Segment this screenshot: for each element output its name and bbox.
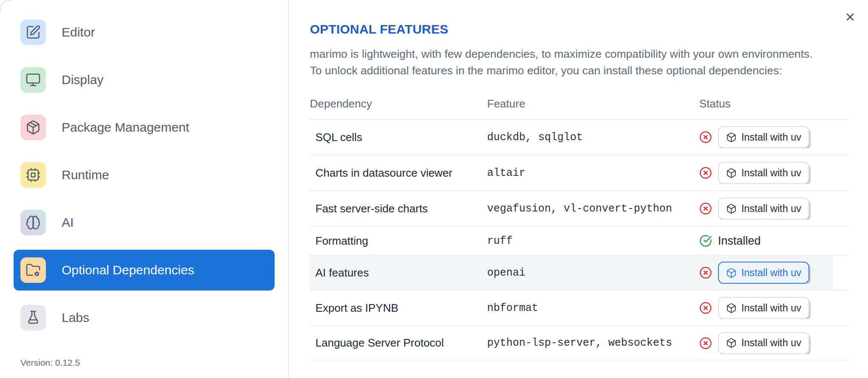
package-icon <box>20 115 46 140</box>
folder-gear-icon <box>20 257 46 283</box>
status-cell: Install with uv <box>699 332 849 354</box>
feature-cell: ruff <box>487 235 699 247</box>
install-button-label: Install with uv <box>741 203 801 214</box>
table-row: Export as IPYNB nbformat Install with uv <box>310 291 849 326</box>
package-cube-icon <box>726 338 737 348</box>
status-cell: Install with uv <box>699 262 849 284</box>
intro-line-2: To unlock additional features in the mar… <box>310 64 782 77</box>
install-button-label: Install with uv <box>741 337 801 349</box>
package-cube-icon <box>726 303 737 313</box>
install-with-uv-button[interactable]: Install with uv <box>718 126 809 148</box>
install-button-label: Install with uv <box>741 302 801 314</box>
settings-sidebar: Editor Display Package Management Runtim… <box>0 0 289 378</box>
not-installed-icon <box>699 266 712 279</box>
editor-icon <box>26 25 41 40</box>
intro-text: marimo is lightweight, with few dependen… <box>310 46 854 79</box>
close-button[interactable] <box>841 8 859 26</box>
sidebar-item-display[interactable]: Display <box>14 59 275 100</box>
not-installed-icon <box>699 131 712 144</box>
install-with-uv-button[interactable]: Install with uv <box>718 262 809 284</box>
dependency-cell: Charts in datasource viewer <box>310 166 487 180</box>
feature-cell: altair <box>487 167 699 179</box>
status-cell: Install with uv <box>699 126 849 148</box>
flask-icon <box>20 305 46 330</box>
sidebar-item-label: Runtime <box>62 168 109 182</box>
circle-x-icon <box>699 166 712 179</box>
dependency-cell: Fast server-side charts <box>310 202 487 215</box>
sidebar-item-ai[interactable]: AI <box>14 202 275 243</box>
cpu-icon <box>26 167 41 183</box>
sidebar-item-label: AI <box>62 215 74 230</box>
sidebar-item-label: Package Management <box>62 120 189 135</box>
not-installed-icon <box>699 202 712 215</box>
table-row: Charts in datasource viewer altair Insta… <box>310 155 849 191</box>
circle-check-icon <box>699 234 712 247</box>
column-header-status: Status <box>699 97 849 110</box>
package-cube-icon <box>726 132 737 143</box>
status-cell: Install with uv <box>699 297 849 319</box>
circle-x-icon <box>699 131 712 144</box>
column-header-dependency: Dependency <box>310 97 487 110</box>
circle-x-icon <box>699 202 712 215</box>
installed-status-label: Installed <box>718 234 761 248</box>
folder-gear-icon <box>26 262 41 278</box>
dependency-cell: AI features <box>310 266 487 279</box>
status-cell: Install with uv <box>699 162 849 184</box>
brain-icon <box>20 210 46 235</box>
cpu-icon <box>20 162 46 188</box>
feature-cell: vegafusion, vl-convert-python <box>487 203 699 215</box>
feature-cell: duckdb, sqlglot <box>487 131 699 144</box>
install-with-uv-button[interactable]: Install with uv <box>718 162 809 184</box>
not-installed-icon <box>699 166 712 179</box>
not-installed-icon <box>699 302 712 314</box>
settings-dialog: Editor Display Package Management Runtim… <box>0 0 868 378</box>
sidebar-item-label: Display <box>62 73 103 87</box>
dependency-cell: Language Server Protocol <box>310 336 487 350</box>
intro-line-1: marimo is lightweight, with few dependen… <box>310 48 813 60</box>
optional-features-panel: OPTIONAL FEATURES marimo is lightweight,… <box>289 0 868 378</box>
not-installed-icon <box>699 337 712 350</box>
install-with-uv-button[interactable]: Install with uv <box>718 197 809 220</box>
table-row: AI features openai Install with uv <box>310 256 849 291</box>
version-label: Version: 0.12.5 <box>20 358 80 368</box>
sidebar-item-label: Optional Dependencies <box>62 263 194 277</box>
sidebar-item-runtime[interactable]: Runtime <box>14 155 275 195</box>
feature-cell: openai <box>487 267 699 279</box>
table-header: Dependency Feature Status <box>310 88 849 120</box>
install-with-uv-button[interactable]: Install with uv <box>718 332 809 354</box>
install-button-label: Install with uv <box>741 167 801 179</box>
feature-cell: python-lsp-server, websockets <box>487 337 699 349</box>
status-cell: Install with uv <box>699 197 849 220</box>
dependency-cell: Export as IPYNB <box>310 302 487 315</box>
table-row: Language Server Protocol python-lsp-serv… <box>310 326 849 361</box>
flask-icon <box>26 310 41 325</box>
table-row: SQL cells duckdb, sqlglot Install with u… <box>310 120 849 155</box>
package-icon <box>26 120 41 135</box>
install-button-label: Install with uv <box>741 267 801 279</box>
sidebar-item-label: Labs <box>62 310 89 325</box>
brain-icon <box>26 215 41 230</box>
circle-x-icon <box>699 302 712 314</box>
dependencies-table: Dependency Feature Status SQL cells duck… <box>310 88 849 361</box>
installed-check-icon <box>699 234 712 247</box>
install-with-uv-button[interactable]: Install with uv <box>718 297 809 319</box>
display-icon <box>26 72 41 87</box>
page-title: OPTIONAL FEATURES <box>310 22 868 37</box>
status-cell: Installed <box>699 234 849 248</box>
sidebar-item-editor[interactable]: Editor <box>14 12 275 53</box>
package-cube-icon <box>726 268 737 278</box>
close-icon <box>844 11 856 23</box>
table-row: Formatting ruff Installed <box>310 227 849 256</box>
sidebar-item-label: Editor <box>62 25 95 39</box>
circle-x-icon <box>699 266 712 279</box>
install-button-label: Install with uv <box>741 132 801 143</box>
column-header-feature: Feature <box>487 97 699 110</box>
sidebar-item-optional-dependencies[interactable]: Optional Dependencies <box>14 250 275 291</box>
sidebar-item-labs[interactable]: Labs <box>14 297 275 338</box>
package-cube-icon <box>726 168 737 178</box>
display-icon <box>20 67 46 93</box>
sidebar-item-package-management[interactable]: Package Management <box>14 107 275 148</box>
package-cube-icon <box>726 203 737 214</box>
circle-x-icon <box>699 337 712 350</box>
editor-icon <box>20 20 46 45</box>
